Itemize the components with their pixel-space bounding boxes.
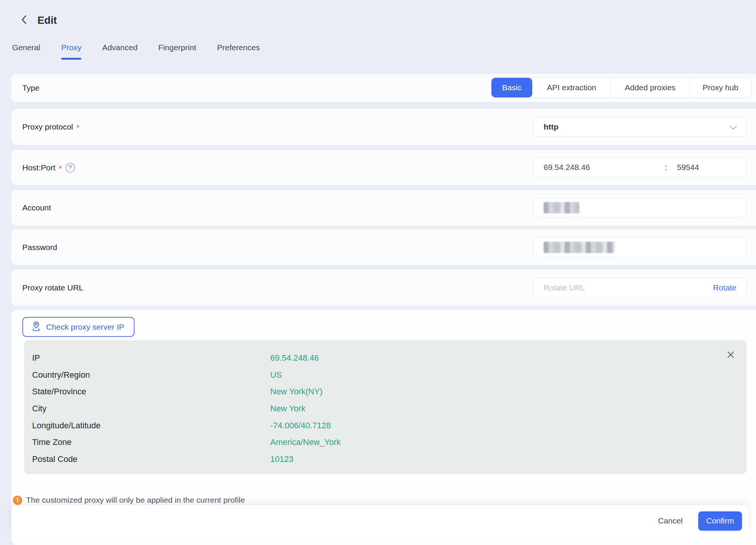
rotate-url-input[interactable]	[533, 283, 713, 292]
profile-notice: ! The customized proxy will only be appl…	[13, 495, 245, 505]
result-row-city: City New York	[24, 400, 747, 417]
result-row-postal-code: Postal Code 10123	[24, 451, 747, 468]
tab-bar: General Proxy Advanced Fingerprint Prefe…	[12, 43, 260, 60]
account-row: Account	[11, 190, 756, 225]
tab-proxy[interactable]: Proxy	[61, 43, 82, 60]
footer-action-bar: Cancel Confirm	[11, 505, 748, 536]
redacted-account-value	[544, 202, 579, 213]
tab-advanced[interactable]: Advanced	[102, 43, 137, 60]
segment-added-proxies[interactable]: Added proxies	[610, 78, 689, 97]
location-pin-icon	[31, 321, 41, 333]
result-label: City	[32, 404, 270, 414]
tab-general[interactable]: General	[12, 43, 40, 60]
result-label: Time Zone	[32, 437, 270, 447]
segment-basic[interactable]: Basic	[491, 78, 532, 97]
page-title: Edit	[37, 15, 57, 26]
chevron-left-icon	[20, 15, 28, 26]
result-row-ip: IP 69.54.248.46	[24, 350, 747, 366]
result-row-longitude-latitude: Longitude/Latitude -74.006/40.7128	[24, 417, 747, 434]
check-proxy-button-label: Check proxy server IP	[46, 323, 124, 332]
host-port-label: Host:Port	[22, 163, 56, 172]
close-icon	[727, 350, 735, 360]
warning-icon: !	[13, 496, 22, 505]
result-row-state: State/Province New York(NY)	[24, 383, 747, 400]
active-tab-indicator	[61, 58, 82, 60]
result-value: -74.006/40.7128	[270, 421, 331, 431]
close-result-panel-button[interactable]	[725, 350, 736, 361]
result-label: IP	[32, 353, 270, 363]
result-value: 10123	[270, 454, 293, 464]
type-label: Type	[22, 74, 40, 102]
port-value: 59544	[677, 163, 699, 172]
result-label: Country/Region	[32, 370, 270, 380]
result-value: US	[270, 370, 282, 380]
account-label: Account	[22, 190, 51, 225]
proxy-protocol-label: Proxy protocol	[22, 122, 73, 131]
segment-api-extraction[interactable]: API extraction	[532, 78, 610, 97]
password-row: Password	[11, 229, 756, 265]
tab-fingerprint[interactable]: Fingerprint	[158, 43, 196, 60]
host-value: 69.54.248.46	[533, 163, 590, 172]
notice-text: The customized proxy will only be applie…	[26, 495, 245, 505]
check-proxy-server-ip-button[interactable]: Check proxy server IP	[22, 317, 135, 337]
result-label: Longitude/Latitude	[32, 421, 270, 431]
rotate-url-label: Proxy rotate URL	[22, 270, 83, 306]
host-port-row: Host:Port * ? 69.54.248.46 : 59544	[11, 150, 756, 185]
rotate-action-link[interactable]: Rotate	[713, 283, 736, 292]
rotate-url-row: Proxy rotate URL Rotate	[11, 270, 756, 306]
proxy-edit-page: Edit General Proxy Advanced Fingerprint …	[0, 0, 756, 545]
host-port-separator: :	[665, 163, 667, 172]
result-row-country: Country/Region US	[24, 367, 747, 383]
result-label: State/Province	[32, 387, 270, 397]
tab-preferences[interactable]: Preferences	[217, 43, 260, 60]
result-value: New York(NY)	[270, 387, 322, 397]
result-value: 69.54.248.46	[270, 353, 319, 363]
rotate-url-field: Rotate	[533, 278, 747, 298]
header: Edit	[19, 14, 57, 27]
result-value: America/New_York	[270, 437, 341, 447]
proxy-check-result-panel: IP 69.54.248.46 Country/Region US State/…	[24, 340, 747, 474]
result-row-time-zone: Time Zone America/New_York	[24, 434, 747, 451]
proxy-protocol-value: http	[533, 122, 559, 131]
proxy-protocol-select[interactable]: http	[533, 117, 747, 137]
chevron-down-icon	[729, 124, 738, 133]
required-asterisk: *	[59, 164, 62, 173]
password-input[interactable]	[533, 238, 747, 257]
result-value: New York	[270, 404, 305, 414]
help-icon[interactable]: ?	[65, 163, 75, 173]
result-label: Postal Code	[32, 454, 270, 464]
host-port-input[interactable]: 69.54.248.46 : 59544	[533, 157, 747, 177]
proxy-type-segmented-control: Basic API extraction Added proxies Proxy…	[491, 77, 751, 98]
back-button[interactable]	[19, 15, 29, 25]
required-asterisk: *	[76, 123, 79, 132]
redacted-password-value	[544, 242, 615, 253]
confirm-button[interactable]: Confirm	[698, 511, 742, 531]
type-row: Type Basic API extraction Added proxies …	[11, 74, 756, 102]
password-label: Password	[22, 229, 57, 265]
account-input[interactable]	[533, 198, 747, 218]
proxy-protocol-row: Proxy protocol * http	[11, 109, 756, 145]
cancel-button[interactable]: Cancel	[658, 516, 683, 525]
segment-proxy-hub[interactable]: Proxy hub	[689, 78, 751, 97]
